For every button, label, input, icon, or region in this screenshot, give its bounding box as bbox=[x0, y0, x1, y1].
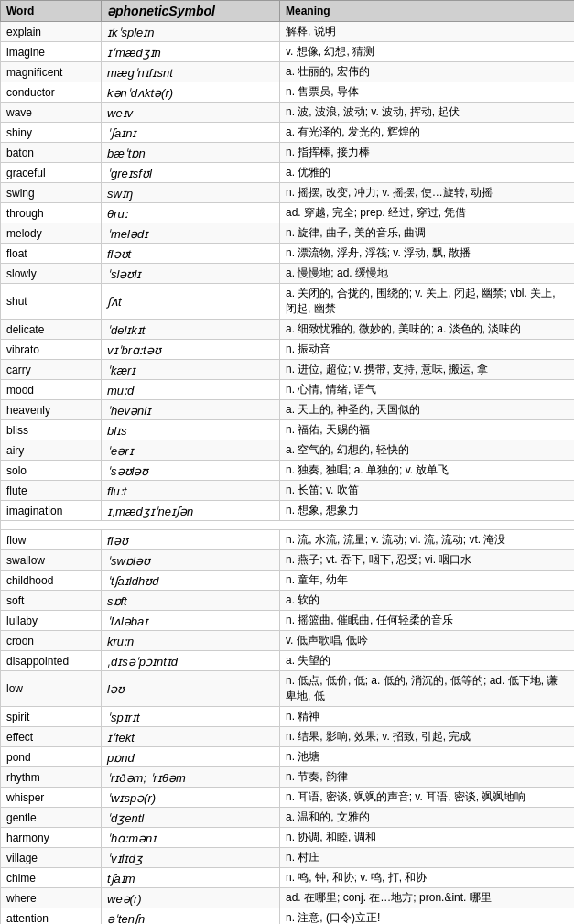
word-cell: flow bbox=[1, 530, 102, 550]
word-cell: swallow bbox=[1, 550, 102, 571]
phonetic-cell: sɒft bbox=[102, 591, 280, 611]
word-cell: shut bbox=[1, 284, 102, 320]
phonetic-cell: kənˈdʌktə(r) bbox=[102, 82, 280, 103]
phonetic-cell: ˈhevənlɪ bbox=[102, 400, 280, 420]
meaning-cell: v. 想像, 幻想, 猜测 bbox=[280, 42, 575, 62]
phonetic-cell: tʃaɪm bbox=[102, 868, 280, 888]
phonetic-cell: ɪkˈspleɪn bbox=[102, 22, 280, 42]
meaning-cell: a. 天上的, 神圣的, 天国似的 bbox=[280, 400, 575, 420]
table-row: carryˈkærɪn. 进位, 超位; v. 携带, 支持, 意味, 搬运, … bbox=[1, 360, 575, 380]
table-row: softsɒfta. 软的 bbox=[1, 591, 575, 611]
meaning-cell: n. 低点, 低价, 低; a. 低的, 消沉的, 低等的; ad. 低下地, … bbox=[280, 671, 575, 707]
word-cell: soft bbox=[1, 591, 102, 611]
table-row: slowlyˈsləʊlɪa. 慢慢地; ad. 缓慢地 bbox=[1, 264, 575, 284]
phonetic-cell: əˈtenʃn bbox=[102, 908, 280, 925]
word-cell: slowly bbox=[1, 264, 102, 284]
word-cell: baton bbox=[1, 143, 102, 163]
meaning-cell: a. 失望的 bbox=[280, 651, 575, 671]
word-cell: magnificent bbox=[1, 62, 102, 82]
meaning-cell: a. 空气的, 幻想的, 轻快的 bbox=[280, 440, 575, 461]
word-cell: lullaby bbox=[1, 611, 102, 631]
table-row: soloˈsəʊləʊn. 独奏, 独唱; a. 单独的; v. 放单飞 bbox=[1, 461, 575, 481]
meaning-cell: n. 售票员, 导体 bbox=[280, 82, 575, 103]
meaning-cell: n. 摇篮曲, 催眠曲, 任何轻柔的音乐 bbox=[280, 611, 575, 631]
table-row: magnificentmægˈnɪfɪsnta. 壮丽的, 宏伟的 bbox=[1, 62, 575, 82]
word-cell: imagine bbox=[1, 42, 102, 62]
word-cell: whisper bbox=[1, 788, 102, 808]
table-row: rhythmˈrɪðəm; ˈrɪθəmn. 节奏, 韵律 bbox=[1, 767, 575, 788]
meaning-cell: a. 软的 bbox=[280, 591, 575, 611]
table-row: airyˈeərɪa. 空气的, 幻想的, 轻快的 bbox=[1, 440, 575, 461]
phonetic-cell: ˈmelədɪ bbox=[102, 223, 280, 244]
word-cell: graceful bbox=[1, 163, 102, 183]
meaning-cell: n. 注意, (口令)立正! bbox=[280, 908, 575, 925]
word-cell: effect bbox=[1, 727, 102, 747]
word-cell: explain bbox=[1, 22, 102, 42]
table-row: childhoodˈtʃaɪldhʊdn. 童年, 幼年 bbox=[1, 571, 575, 591]
phonetic-cell: vɪˈbrɑːtəʊ bbox=[102, 340, 280, 360]
table-row: flowfləʊn. 流, 水流, 流量; v. 流动; vi. 流, 流动; … bbox=[1, 530, 575, 550]
phonetic-cell: ˌdɪsəˈpɔɪntɪd bbox=[102, 651, 280, 671]
table-row: explainɪkˈspleɪn解释, 说明 bbox=[1, 22, 575, 42]
meaning-cell: n. 鸣, 钟, 和协; v. 鸣, 打, 和协 bbox=[280, 868, 575, 888]
table-row: lowləʊn. 低点, 低价, 低; a. 低的, 消沉的, 低等的; ad.… bbox=[1, 671, 575, 707]
phonetic-cell: ˈtʃaɪldhʊd bbox=[102, 571, 280, 591]
word-cell: bliss bbox=[1, 420, 102, 440]
table-row: batonbæˈtɒnn. 指挥棒, 接力棒 bbox=[1, 143, 575, 163]
word-cell: disappointed bbox=[1, 651, 102, 671]
meaning-cell: a. 优雅的 bbox=[280, 163, 575, 183]
meaning-cell: n. 心情, 情绪, 语气 bbox=[280, 380, 575, 400]
table-row: villageˈvɪlɪdʒn. 村庄 bbox=[1, 848, 575, 868]
meaning-cell: ad. 穿越, 完全; prep. 经过, 穿过, 凭借 bbox=[280, 203, 575, 223]
phonetic-cell: mægˈnɪfɪsnt bbox=[102, 62, 280, 82]
phonetic-cell: fləʊt bbox=[102, 244, 280, 264]
phonetic-cell: ɪˈfekt bbox=[102, 727, 280, 747]
meaning-cell: n. 摇摆, 改变, 冲力; v. 摇摆, 使…旋转, 动摇 bbox=[280, 183, 575, 203]
phonetic-cell: ˈvɪlɪdʒ bbox=[102, 848, 280, 868]
phonetic-cell: bæˈtɒn bbox=[102, 143, 280, 163]
table-row: floatfləʊtn. 漂流物, 浮舟, 浮筏; v. 浮动, 飘, 散播 bbox=[1, 244, 575, 264]
word-cell: shiny bbox=[1, 123, 102, 143]
meaning-cell: n. 长笛; v. 吹笛 bbox=[280, 481, 575, 501]
phonetic-cell: ˈwɪspə(r) bbox=[102, 788, 280, 808]
table-row: swingswɪŋn. 摇摆, 改变, 冲力; v. 摇摆, 使…旋转, 动摇 bbox=[1, 183, 575, 203]
meaning-cell: n. 流, 水流, 流量; v. 流动; vi. 流, 流动; vt. 淹没 bbox=[280, 530, 575, 550]
phonetic-cell: ʃʌt bbox=[102, 284, 280, 320]
phonetic-cell: swɪŋ bbox=[102, 183, 280, 203]
meaning-cell: n. 耳语, 密谈, 飒飒的声音; v. 耳语, 密谈, 飒飒地响 bbox=[280, 788, 575, 808]
word-cell: airy bbox=[1, 440, 102, 461]
phonetic-cell: ɪˌmædʒɪˈneɪʃən bbox=[102, 501, 280, 521]
meaning-cell: n. 结果, 影响, 效果; v. 招致, 引起, 完成 bbox=[280, 727, 575, 747]
table-row: gracefulˈgreɪsfʊla. 优雅的 bbox=[1, 163, 575, 183]
table-row: chimetʃaɪmn. 鸣, 钟, 和协; v. 鸣, 打, 和协 bbox=[1, 868, 575, 888]
phonetic-cell: ˈrɪðəm; ˈrɪθəm bbox=[102, 767, 280, 788]
table-row: disappointedˌdɪsəˈpɔɪntɪda. 失望的 bbox=[1, 651, 575, 671]
word-cell: float bbox=[1, 244, 102, 264]
meaning-cell: n. 想象, 想象力 bbox=[280, 501, 575, 521]
table-row: shutʃʌta. 关闭的, 合拢的, 围绕的; v. 关上, 闭起, 幽禁; … bbox=[1, 284, 575, 320]
phonetic-cell: ˈsəʊləʊ bbox=[102, 461, 280, 481]
table-row: shinyˈʃaɪnɪa. 有光泽的, 发光的, 辉煌的 bbox=[1, 123, 575, 143]
phonetic-cell: ˈʃaɪnɪ bbox=[102, 123, 280, 143]
phonetic-cell: blɪs bbox=[102, 420, 280, 440]
phonetic-cell: ləʊ bbox=[102, 671, 280, 707]
table-row: conductorkənˈdʌktə(r)n. 售票员, 导体 bbox=[1, 82, 575, 103]
meaning-cell: n. 旋律, 曲子, 美的音乐, 曲调 bbox=[280, 223, 575, 244]
meaning-cell: n. 独奏, 独唱; a. 单独的; v. 放单飞 bbox=[280, 461, 575, 481]
word-cell: solo bbox=[1, 461, 102, 481]
meaning-cell: n. 指挥棒, 接力棒 bbox=[280, 143, 575, 163]
phonetic-cell: weɪv bbox=[102, 103, 280, 123]
phonetic-cell: muːd bbox=[102, 380, 280, 400]
table-row: vibratovɪˈbrɑːtəʊn. 振动音 bbox=[1, 340, 575, 360]
word-cell: gentle bbox=[1, 808, 102, 828]
table-row: delicateˈdelɪkɪta. 细致忧雅的, 微妙的, 美味的; a. 淡… bbox=[1, 320, 575, 340]
word-cell: croon bbox=[1, 631, 102, 651]
table-row: whereweə(r)ad. 在哪里; conj. 在…地方; pron.&in… bbox=[1, 888, 575, 908]
phonetic-cell: kruːn bbox=[102, 631, 280, 651]
word-cell: delicate bbox=[1, 320, 102, 340]
word-cell: flute bbox=[1, 481, 102, 501]
phonetic-cell: ˈsləʊlɪ bbox=[102, 264, 280, 284]
meaning-cell: a. 温和的, 文雅的 bbox=[280, 808, 575, 828]
table-row: lullabyˈlʌləbaɪn. 摇篮曲, 催眠曲, 任何轻柔的音乐 bbox=[1, 611, 575, 631]
table-row: imagineɪˈmædʒɪnv. 想像, 幻想, 猜测 bbox=[1, 42, 575, 62]
